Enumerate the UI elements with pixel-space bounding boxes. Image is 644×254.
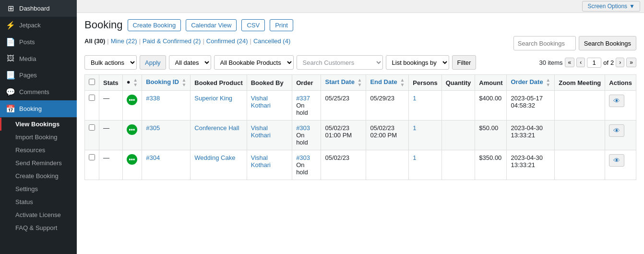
page-total: 2 xyxy=(610,59,614,66)
last-page-button[interactable]: » xyxy=(626,58,636,67)
row-persons: 1 xyxy=(409,150,441,180)
col-start-date[interactable]: Start Date ▲▼ xyxy=(321,75,366,91)
row-start-date: 05/02/2301:00 PM xyxy=(321,121,366,150)
toolbar-row: Bulk actions Apply All dates All Bookabl… xyxy=(84,55,636,70)
resources-label: Resources xyxy=(15,146,45,154)
row-order: #337On hold xyxy=(292,91,321,121)
search-bookings-input[interactable] xyxy=(513,36,576,50)
row-stats: — xyxy=(99,121,123,150)
row-zoom-meeting xyxy=(555,121,605,150)
sidebar-item-booking[interactable]: 📅 Booking xyxy=(0,100,77,117)
row-booking-id: #304 xyxy=(142,150,191,180)
tab-paid-confirmed[interactable]: Paid & Confirmed (2) xyxy=(143,37,201,45)
tab-confirmed[interactable]: Confirmed (24) xyxy=(206,37,248,45)
sidebar-item-import-booking[interactable]: Import Booking xyxy=(0,131,77,144)
sidebar-item-label: Pages xyxy=(19,72,37,79)
list-bookings-by-select[interactable]: List bookings by xyxy=(386,55,449,70)
sidebar-item-faq-support[interactable]: FAQ & Support xyxy=(0,221,77,234)
sidebar-item-jetpack[interactable]: ⚡ Jetpack xyxy=(0,17,77,34)
posts-icon: 📄 xyxy=(6,37,15,47)
table-header-row: Stats ● ▲▼ Booking ID ▲▼ Booked Product xyxy=(85,75,636,91)
sidebar-item-status[interactable]: Status xyxy=(0,195,77,208)
bulk-actions-select[interactable]: Bulk actions xyxy=(84,55,137,70)
comments-icon: 💬 xyxy=(6,87,15,97)
row-booked-by: Vishal Kothari xyxy=(247,121,292,150)
booking-icon: 📅 xyxy=(6,104,15,113)
prev-page-button[interactable]: ‹ xyxy=(576,58,585,67)
row-stats: — xyxy=(99,150,123,180)
faq-support-label: FAQ & Support xyxy=(15,224,57,231)
page-of: of xyxy=(603,59,608,66)
sidebar-item-activate-license[interactable]: Activate License xyxy=(0,208,77,221)
sidebar-item-resources[interactable]: Resources xyxy=(0,144,77,157)
col-stats: Stats xyxy=(99,75,123,91)
col-order-date[interactable]: Order Date ▲▼ xyxy=(507,75,555,91)
col-booked-by: Booked By xyxy=(247,75,292,91)
sidebar-item-posts[interactable]: 📄 Posts xyxy=(0,34,77,50)
row-status-icon: ••• xyxy=(122,150,142,180)
row-order: #303On hold xyxy=(292,150,321,180)
tab-cancelled[interactable]: Cancelled (4) xyxy=(253,37,290,45)
sidebar-item-create-booking[interactable]: Create Booking xyxy=(0,169,77,182)
row-booked-by: Vishal Kothari xyxy=(247,91,292,121)
calendar-view-button[interactable]: Calendar View xyxy=(186,19,237,31)
dashboard-icon: ⊞ xyxy=(6,4,15,13)
products-select[interactable]: All Bookable Products xyxy=(214,55,294,70)
page-number-input[interactable] xyxy=(587,58,601,68)
row-zoom-meeting xyxy=(555,91,605,121)
sidebar-item-comments[interactable]: 💬 Comments xyxy=(0,84,77,100)
sidebar-item-view-bookings[interactable]: View Bookings xyxy=(0,118,77,131)
sidebar-item-media[interactable]: 🖼 Media xyxy=(0,50,77,67)
row-end-date: 05/02/2302:00 PM xyxy=(366,121,409,150)
print-button[interactable]: Print xyxy=(270,19,293,31)
col-checkbox xyxy=(85,75,99,91)
view-booking-button[interactable]: 👁 xyxy=(609,124,624,137)
bookings-table: Stats ● ▲▼ Booking ID ▲▼ Booked Product xyxy=(84,74,636,180)
col-booked-product: Booked Product xyxy=(191,75,247,91)
sidebar-item-settings[interactable]: Settings xyxy=(0,182,77,195)
row-end-date: 05/29/23 xyxy=(366,91,409,121)
row-stats: — xyxy=(99,91,123,121)
create-booking-button[interactable]: Create Booking xyxy=(128,19,181,31)
col-end-date[interactable]: End Date ▲▼ xyxy=(366,75,409,91)
screen-options-label: Screen Options xyxy=(587,3,627,10)
filter-search-row: All (30) | Mine (22) | Paid & Confirmed … xyxy=(84,36,636,50)
sidebar-item-pages[interactable]: 📃 Pages xyxy=(0,67,77,84)
dates-select[interactable]: All dates xyxy=(169,55,211,70)
tab-mine[interactable]: Mine (22) xyxy=(111,37,137,45)
table-body: — ••• #338 Superior King Vishal Kothari … xyxy=(85,91,636,180)
view-booking-button[interactable]: 👁 xyxy=(609,154,624,167)
customers-select[interactable]: Search Customers xyxy=(297,55,383,70)
jetpack-icon: ⚡ xyxy=(6,21,15,30)
pagination: 30 items « ‹ of 2 › » xyxy=(539,58,636,68)
row-checkbox xyxy=(85,91,99,121)
sidebar-item-dashboard[interactable]: ⊞ Dashboard xyxy=(0,0,77,17)
row-amount: $50.00 xyxy=(475,121,507,150)
screen-options-button[interactable]: Screen Options ▼ xyxy=(582,1,640,12)
csv-button[interactable]: CSV xyxy=(241,19,265,31)
first-page-button[interactable]: « xyxy=(565,58,575,67)
view-booking-button[interactable]: 👁 xyxy=(609,95,624,107)
search-bookings-area: Search Bookings xyxy=(513,36,636,50)
row-start-date: 05/02/23 xyxy=(321,150,366,180)
sidebar-nav: ⊞ Dashboard ⚡ Jetpack 📄 Posts 🖼 Media 📃 … xyxy=(0,0,77,234)
apply-button[interactable]: Apply xyxy=(140,55,166,70)
row-checkbox xyxy=(85,121,99,150)
row-booked-product: Superior King xyxy=(191,91,247,121)
col-booking-id[interactable]: Booking ID ▲▼ xyxy=(142,75,191,91)
settings-label: Settings xyxy=(15,185,38,193)
row-booking-id: #338 xyxy=(142,91,191,121)
next-page-button[interactable]: › xyxy=(616,58,624,67)
import-booking-label: Import Booking xyxy=(15,133,57,141)
tab-all[interactable]: All (30) xyxy=(84,37,105,45)
select-all-checkbox[interactable] xyxy=(89,79,95,85)
row-quantity xyxy=(441,121,475,150)
filter-button[interactable]: Filter xyxy=(452,55,477,70)
row-order: #303On hold xyxy=(292,121,321,150)
search-bookings-button[interactable]: Search Bookings xyxy=(579,36,636,50)
sidebar-item-send-reminders[interactable]: Send Reminders xyxy=(0,157,77,169)
view-bookings-label: View Bookings xyxy=(15,121,60,128)
row-actions: 👁 xyxy=(605,121,636,150)
send-reminders-label: Send Reminders xyxy=(15,159,62,167)
create-booking-label: Create Booking xyxy=(15,172,59,180)
